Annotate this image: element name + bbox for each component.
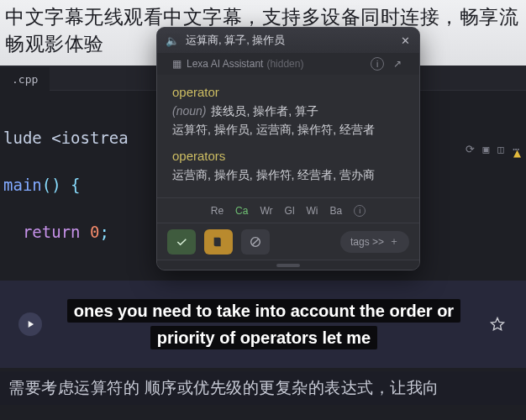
dict-tab-wr[interactable]: Wr (260, 205, 272, 217)
assistant-hidden-label: (hidden) (266, 58, 303, 70)
code-lines: lude <iostrea main() { return 0; (0, 102, 129, 244)
layout-icon[interactable]: ▣ (483, 138, 490, 161)
dictionary-assistant-row[interactable]: ▦ Lexa AI Assistant (hidden) i ↗ (157, 53, 419, 75)
code-line-blank-1 (0, 102, 129, 126)
video-subtitle-strip: ones you need to take into account the o… (0, 281, 526, 368)
grip-icon (276, 264, 300, 267)
code-line-main: main() { (0, 173, 129, 197)
plus-icon: ＋ (389, 234, 399, 249)
split-icon[interactable]: ◫ (497, 138, 504, 161)
external-link-icon[interactable]: ↗ (391, 57, 404, 71)
entry-word: operator (172, 83, 404, 102)
entry-def-line2: 运算符, 操作员, 运营商, 操作符, 经营者 (172, 120, 404, 139)
tags-button[interactable]: tags >> ＋ (340, 231, 409, 253)
dict-tab-ba[interactable]: Ba (330, 205, 343, 217)
dictionary-entry-2: operators 运营商, 操作员, 操作符, 经营者, 营办商 (172, 147, 404, 184)
subtitle-english: ones you need to take into account the o… (52, 297, 476, 351)
subtitle-chinese-bar: 需要考虑运算符的 顺序或优先级的更复杂的表达式，让我向 (0, 371, 526, 405)
code-line-blank-2 (0, 150, 129, 173)
favorite-button[interactable] (487, 314, 508, 334)
more-icon[interactable]: ⋯ (513, 138, 519, 161)
dict-tab-ca[interactable]: Ca (235, 205, 248, 217)
star-icon (489, 316, 506, 333)
code-line-return: return 0; (0, 220, 129, 244)
add-to-wordbook-button[interactable] (204, 229, 233, 255)
editor-tab-cpp[interactable]: .cpp (0, 67, 50, 92)
assistant-icon: ▦ (172, 58, 181, 70)
editor-toolbar-icons: ⟳ ▣ ◫ ⋯ (466, 138, 519, 161)
info-icon[interactable]: i (371, 57, 384, 71)
dictionary-actions: tags >> ＋ (157, 223, 419, 260)
dict-tab-wi[interactable]: Wi (307, 205, 318, 217)
entry-def-line1: 接线员, 操作者, 算子 (211, 104, 318, 118)
mark-known-button[interactable] (167, 229, 196, 255)
ignore-button[interactable] (241, 229, 270, 255)
check-icon (175, 235, 188, 249)
editor-tab-label: .cpp (12, 68, 38, 92)
play-button[interactable] (18, 312, 42, 336)
dict-tab-re[interactable]: Re (211, 205, 224, 217)
assistant-label: Lexa AI Assistant (187, 58, 263, 70)
book-icon (212, 235, 225, 249)
dictionary-body: operator (noun)接线员, 操作者, 算子 运算符, 操作员, 运营… (157, 75, 419, 197)
subtitle-english-text: ones you need to take into account the o… (67, 299, 460, 349)
dictionary-entry-1: operator (noun)接线员, 操作者, 算子 运算符, 操作员, 运营… (172, 83, 404, 139)
entry-word: operators (172, 147, 404, 165)
dictionary-source-tabs: Re Ca Wr Gl Wi Ba i (157, 197, 419, 223)
code-line-include: lude <iostrea (0, 126, 129, 150)
entry-def: 运营商, 操作员, 操作符, 经营者, 营办商 (172, 165, 404, 184)
play-icon (24, 318, 36, 330)
dict-tab-gl[interactable]: Gl (285, 205, 295, 217)
info-icon[interactable]: i (354, 205, 366, 217)
entry-pos: (noun) (172, 104, 206, 118)
speaker-icon[interactable]: 🔈 (166, 34, 179, 47)
sync-icon[interactable]: ⟳ (466, 138, 475, 161)
close-icon[interactable]: ✕ (397, 33, 413, 48)
ban-icon (249, 235, 262, 249)
tags-label: tags >> (350, 236, 384, 248)
dictionary-header[interactable]: 🔈 运算商, 算子, 操作员 ✕ (157, 28, 419, 53)
code-line-blank-3 (0, 197, 129, 220)
dictionary-resize-grip[interactable] (157, 260, 419, 270)
dictionary-header-title: 运算商, 算子, 操作员 (186, 33, 285, 48)
subtitle-chinese-text: 需要考虑运算符的 顺序或优先级的更复杂的表达式，让我向 (8, 377, 439, 399)
dictionary-popup: 🔈 运算商, 算子, 操作员 ✕ ▦ Lexa AI Assistant (hi… (156, 27, 420, 270)
